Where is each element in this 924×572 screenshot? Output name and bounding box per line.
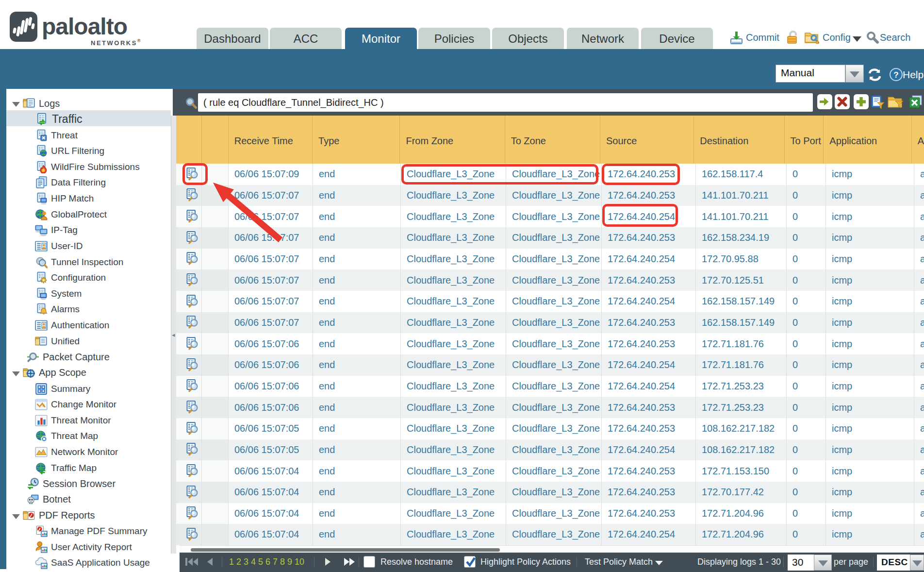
svg-text:?: ? <box>893 70 898 80</box>
